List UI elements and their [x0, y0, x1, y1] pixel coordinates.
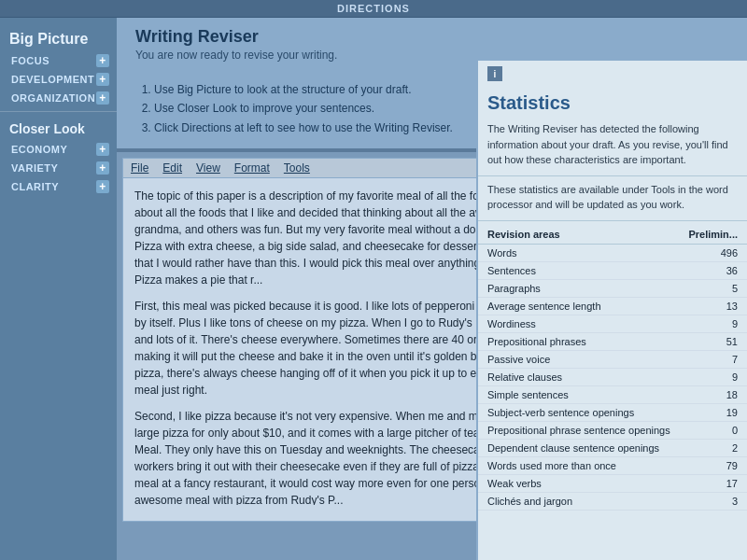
clarity-expand-icon[interactable]: + [96, 180, 109, 193]
stats-row-value: 2 [710, 442, 738, 454]
stats-row-label: Passive voice [487, 354, 710, 365]
stats-row: Subject-verb sentence openings19 [478, 404, 747, 422]
stats-row-value: 36 [710, 265, 738, 276]
sidebar-item-label-economy: ECONOMY [11, 144, 67, 155]
stats-row-value: 17 [710, 478, 738, 489]
stats-row-value: 0 [710, 425, 738, 436]
statistics-panel: i Statistics The Writing Reviser has det… [476, 59, 747, 560]
stats-row-label: Average sentence length [487, 301, 710, 312]
stats-row-label: Relative clauses [487, 371, 710, 383]
main-content: Writing Reviser You are now ready to rev… [117, 18, 747, 560]
sidebar-item-variety[interactable]: VARIETY + [0, 159, 117, 177]
stats-row-value: 496 [710, 247, 738, 259]
sidebar-item-label-development: DEVELOPMENT [11, 74, 94, 85]
development-expand-icon[interactable]: + [96, 73, 109, 86]
stats-table: Revision areas Prelimin... Words496Sente… [478, 221, 747, 514]
stats-table-header: Revision areas Prelimin... [478, 225, 747, 245]
sidebar-item-label-organization: ORGANIZATION [11, 92, 95, 104]
sidebar-item-organization[interactable]: ORGANIZATION + [0, 89, 117, 107]
stats-row: Prepositional phrase sentence openings0 [478, 422, 747, 440]
stats-col-preliminary: Prelimin... [688, 229, 738, 240]
menu-format[interactable]: Format [234, 161, 270, 175]
stats-row: Wordiness9 [478, 315, 747, 333]
stats-row-label: Wordiness [487, 318, 710, 329]
sidebar-big-picture-title: Big Picture [0, 25, 117, 51]
stats-row: Weak verbs17 [478, 475, 747, 493]
directions-topbar: DIRECTIONS [0, 0, 747, 18]
stats-intro: The Writing Reviser has detected the fol… [478, 118, 747, 176]
stats-row: Average sentence length13 [478, 298, 747, 315]
stats-row-value: 13 [710, 301, 738, 312]
menu-view[interactable]: View [196, 161, 220, 175]
sidebar-item-label-variety: VARIETY [11, 162, 58, 174]
stats-row-label: Simple sentences [487, 389, 710, 400]
stats-row-label: Weak verbs [487, 478, 710, 489]
stats-rows-container: Words496Sentences36Paragraphs5Average se… [478, 245, 747, 511]
stats-row-label: Paragraphs [487, 283, 710, 294]
sidebar-item-label-clarity: CLARITY [11, 181, 59, 192]
stats-row: Words496 [478, 245, 747, 262]
stats-row: Prepositional phrases51 [478, 333, 747, 351]
stats-row: Sentences36 [478, 262, 747, 280]
menu-tools[interactable]: Tools [284, 161, 310, 175]
sidebar-closer-look-title: Closer Look [0, 116, 117, 140]
sidebar-item-label-focus: FOCUS [11, 55, 49, 66]
stats-row-label: Subject-verb sentence openings [487, 407, 710, 418]
sidebar-item-development[interactable]: DEVELOPMENT + [0, 70, 117, 89]
economy-expand-icon[interactable]: + [96, 143, 109, 156]
stats-row: Clichés and jargon3 [478, 493, 747, 511]
stats-col-revision: Revision areas [487, 229, 560, 240]
stats-row-label: Words used more than once [487, 460, 710, 471]
menu-file[interactable]: File [131, 161, 148, 175]
stats-row-value: 9 [710, 371, 738, 383]
stats-row: Simple sentences18 [478, 386, 747, 404]
stats-row-label: Sentences [487, 265, 710, 276]
menu-edit[interactable]: Edit [162, 161, 182, 175]
writing-reviser-title: Writing Reviser [135, 27, 733, 47]
stats-row-label: Clichés and jargon [487, 496, 710, 507]
stats-row-label: Words [487, 247, 710, 259]
stats-row: Words used more than once79 [478, 457, 747, 475]
stats-row-label: Prepositional phrases [487, 336, 710, 347]
stats-row-value: 3 [710, 496, 738, 507]
stats-title: Statistics [478, 85, 747, 118]
stats-row: Passive voice7 [478, 351, 747, 369]
stats-row-value: 7 [710, 354, 738, 365]
stats-row-value: 5 [710, 283, 738, 294]
stats-panel-header: i [478, 61, 747, 85]
stats-available: These statistics are available under Too… [478, 176, 747, 221]
focus-expand-icon[interactable]: + [96, 54, 109, 67]
sidebar-item-economy[interactable]: ECONOMY + [0, 140, 117, 159]
stats-row-label: Dependent clause sentence openings [487, 442, 710, 454]
variety-expand-icon[interactable]: + [96, 161, 109, 175]
sidebar-item-focus[interactable]: FOCUS + [0, 51, 117, 70]
organization-expand-icon[interactable]: + [96, 91, 109, 105]
stats-row: Dependent clause sentence openings2 [478, 440, 747, 457]
stats-row: Paragraphs5 [478, 280, 747, 298]
stats-row-value: 79 [710, 460, 738, 471]
stats-row: Relative clauses9 [478, 369, 747, 386]
stats-row-value: 19 [710, 407, 738, 418]
sidebar: Big Picture FOCUS + DEVELOPMENT + ORGANI… [0, 18, 117, 560]
stats-row-value: 9 [710, 318, 738, 329]
stats-row-value: 51 [710, 336, 738, 347]
stats-row-label: Prepositional phrase sentence openings [487, 425, 710, 436]
stats-icon: i [487, 66, 502, 81]
sidebar-item-clarity[interactable]: CLARITY + [0, 177, 117, 196]
sidebar-divider [0, 111, 117, 112]
stats-row-value: 18 [710, 389, 738, 400]
